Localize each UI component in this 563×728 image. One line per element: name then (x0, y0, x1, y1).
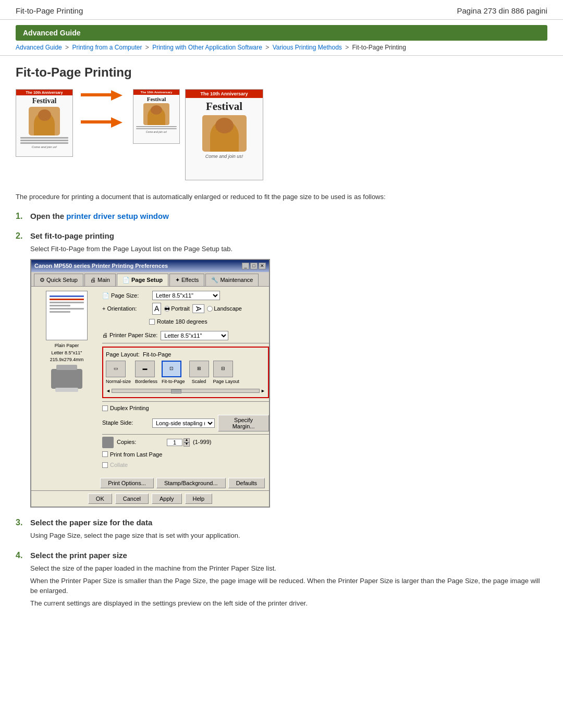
step-3-number: 3. (16, 518, 26, 527)
flyer-line-2 (20, 140, 68, 141)
tab-quick-setup-icon: ⚙ (40, 277, 45, 283)
dialog-maximize-btn[interactable]: □ (250, 263, 258, 269)
step-2-body-text: Select Fit-to-Page from the Page Layout … (30, 244, 547, 254)
flyer-line-1 (20, 137, 68, 139)
copies-input[interactable] (167, 439, 182, 446)
preview-sheet (46, 291, 88, 340)
step-4-number: 4. (16, 551, 26, 560)
layout-scaled-box: ⊞ (189, 361, 209, 377)
tab-maintenance[interactable]: 🔧 Maintenance (205, 274, 259, 287)
dialog-preview-panel: Plain PaperLetter 8.5"x11" 215.9x279.4mm (35, 291, 98, 472)
layout-borderless[interactable]: ▬ Borderless (135, 361, 157, 386)
layout-fit-to-page-icon: ⊡ (169, 365, 174, 373)
dialog-printer-icon (35, 369, 98, 389)
flyer-small-caption: Come and join us! (16, 145, 72, 149)
orientation-icon: + (102, 304, 105, 313)
tab-maintenance-label: Maintenance (220, 277, 253, 283)
radio-landscape[interactable]: Landscape (207, 304, 242, 313)
layout-normal-icon: ▭ (114, 365, 118, 373)
tab-main[interactable]: 🖨 Main (84, 274, 116, 287)
dialog-right-panel: 📄 Page Size: Letter 8.5"x11" + Orien (102, 291, 269, 472)
layout-borderless-label: Borderless (135, 378, 157, 386)
flyer-small-lines (20, 137, 68, 144)
stamp-background-btn[interactable]: Stamp/Background... (156, 478, 226, 488)
step-2-header: 2. Set fit-to-page printing (16, 231, 547, 241)
staple-label: Staple Side: (102, 418, 149, 427)
divider-3 (102, 434, 269, 435)
copies-label: Copies: (117, 438, 164, 447)
arrow-icon-top (81, 89, 123, 101)
step-4-body-text-1: Select the size of the paper loaded in t… (30, 563, 547, 574)
printer-paper-size-select[interactable]: Letter 8.5"x11" (161, 331, 228, 340)
tab-effects[interactable]: ✦ Effects (169, 274, 205, 287)
arrow-icon-bottom (81, 116, 123, 128)
description-text: The procedure for printing a document th… (16, 192, 547, 202)
breadcrumb-item-advanced-guide[interactable]: Advanced Guide (16, 44, 62, 51)
flyer-med-line-1 (136, 126, 177, 127)
step-3-body: Using Page Size, select the page size th… (16, 530, 547, 541)
layout-borderless-box: ▬ (135, 361, 155, 377)
tab-maintenance-icon: 🔧 (211, 277, 218, 283)
collate-label: Collate (110, 461, 128, 470)
flyer-small-dog-image (29, 107, 60, 135)
dialog-minimize-btn[interactable]: _ (242, 263, 249, 269)
copies-down-btn[interactable]: ▼ (183, 442, 190, 447)
flyer-medium-title: Festival (133, 96, 179, 102)
radio-portrait-label: Portrait (171, 304, 189, 313)
scroll-left-btn[interactable]: ◄ (106, 388, 111, 395)
orientation-label: + Orientation: (102, 304, 149, 313)
middle-col: The 10th Anniversary Festival Come and j… (130, 89, 182, 144)
print-from-last-row: Print from Last Page (102, 450, 269, 459)
layout-scrollbar[interactable]: ◄ ► (106, 388, 265, 395)
print-options-btn[interactable]: Print Options... (100, 478, 154, 488)
breadcrumb: Advanced Guide > Printing from a Compute… (0, 41, 563, 56)
scroll-thumb[interactable] (171, 389, 181, 393)
layout-scaled[interactable]: ⊞ Scaled (189, 361, 209, 386)
copies-spinner: ▲ ▼ (183, 438, 190, 447)
cancel-btn[interactable]: Cancel (115, 493, 149, 504)
layout-page-layout[interactable]: ⊟ Page Layout (213, 361, 240, 386)
page-size-icon: 📄 (102, 291, 109, 300)
radio-landscape-indicator (207, 306, 213, 312)
ok-btn[interactable]: OK (88, 493, 112, 504)
defaults-btn[interactable]: Defaults (228, 478, 265, 488)
duplex-checkbox[interactable] (102, 405, 108, 411)
flyer-small-top-bar: The 10th Anniversary (16, 90, 72, 95)
preview-line-red (50, 299, 84, 300)
breadcrumb-sep-4: > (345, 44, 350, 51)
apply-btn[interactable]: Apply (152, 493, 182, 504)
dialog-bottom-buttons: OK Cancel Apply Help (31, 490, 269, 507)
help-btn[interactable]: Help (185, 493, 213, 504)
breadcrumb-item-current: Fit-to-Page Printing (352, 44, 406, 51)
flyer-medium-lines (136, 126, 177, 129)
step-1-title: Open the printer driver setup window (30, 212, 169, 220)
tab-page-setup[interactable]: 📄 Page Setup (117, 274, 168, 287)
scroll-right-btn[interactable]: ► (261, 388, 265, 395)
print-from-last-checkbox[interactable] (102, 451, 108, 457)
breadcrumb-item-printing-software[interactable]: Printing with Other Application Software (152, 44, 262, 51)
collate-checkbox[interactable] (102, 462, 108, 468)
staple-select[interactable]: Long-side stapling (Left) (152, 418, 215, 428)
dialog-titlebar-controls[interactable]: _ □ ✕ (242, 263, 266, 269)
step-4-body: Select the size of the paper loaded in t… (16, 563, 547, 608)
layout-fit-to-page[interactable]: ⊡ Fit-to-Page (162, 361, 185, 386)
layout-normal[interactable]: ▭ Normal-size (106, 361, 131, 386)
dialog-close-btn[interactable]: ✕ (259, 263, 266, 269)
tab-main-icon: 🖨 (90, 277, 96, 283)
step-2-body: Select Fit-to-Page from the Page Layout … (16, 244, 547, 508)
step-3-body-text: Using Page Size, select the page size th… (30, 530, 547, 541)
dialog-titlebar: Canon MP550 series Printer Printing Pref… (31, 260, 269, 272)
radio-portrait[interactable]: Portrait (164, 304, 189, 313)
preview-line-1 (50, 302, 84, 303)
rotate-checkbox[interactable] (149, 319, 155, 325)
breadcrumb-item-various-methods[interactable]: Various Printing Methods (273, 44, 342, 51)
tab-main-label: Main (97, 277, 110, 283)
specify-margin-btn[interactable]: Specify Margin... (218, 415, 268, 431)
breadcrumb-item-printing-computer[interactable]: Printing from a Computer (72, 44, 142, 51)
tab-effects-label: Effects (181, 277, 199, 283)
printer-driver-link[interactable]: printer driver setup window (66, 212, 169, 220)
page-size-select[interactable]: Letter 8.5"x11" (152, 291, 220, 300)
flyer-small: The 10th Anniversary Festival Come and j… (16, 89, 73, 157)
tab-quick-setup[interactable]: ⚙ Quick Setup (34, 274, 83, 287)
flyer-small-title: Festival (16, 97, 72, 105)
